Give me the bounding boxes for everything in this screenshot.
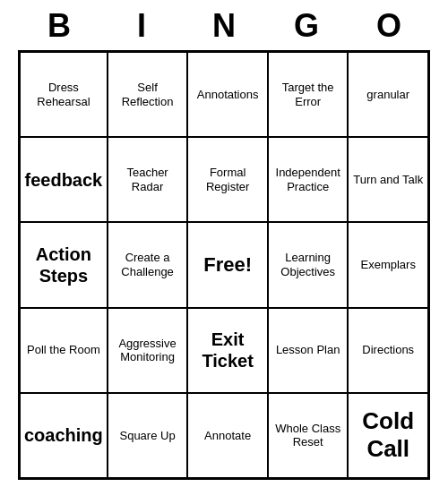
letter-b: B [27,7,91,45]
bingo-cell-13: Learning Objectives [268,222,349,307]
bingo-cell-12: Free! [187,222,268,307]
bingo-cell-20: coaching [20,393,108,478]
bingo-cell-1: Self Reflection [108,52,188,137]
bingo-cell-21: Square Up [108,393,188,478]
bingo-cell-16: Aggressive Monitoring [108,308,188,393]
bingo-cell-23: Whole Class Reset [268,393,349,478]
bingo-cell-15: Poll the Room [20,308,108,393]
bingo-cell-24: Cold Call [348,393,428,478]
letter-g: G [274,7,339,45]
bingo-cell-19: Directions [348,308,428,393]
bingo-cell-14: Exemplars [348,222,428,307]
bingo-cell-17: Exit Ticket [187,308,268,393]
bingo-cell-10: Action Steps [20,222,108,307]
bingo-title: B I N G O [18,0,430,50]
bingo-cell-6: Teacher Radar [108,137,188,222]
bingo-cell-5: feedback [20,137,108,222]
letter-n: N [192,7,256,45]
bingo-cell-7: Formal Register [187,137,268,222]
bingo-cell-8: Independent Practice [268,137,349,222]
letter-i: I [109,7,174,45]
bingo-cell-22: Annotate [187,393,268,478]
bingo-cell-11: Create a Challenge [108,222,188,307]
bingo-cell-2: Annotations [187,52,268,137]
bingo-cell-3: Target the Error [268,52,349,137]
bingo-cell-4: granular [348,52,428,137]
bingo-grid: Dress RehearsalSelf ReflectionAnnotation… [18,50,430,480]
bingo-cell-0: Dress Rehearsal [20,52,108,137]
bingo-cell-18: Lesson Plan [268,308,349,393]
bingo-cell-9: Turn and Talk [348,137,428,222]
letter-o: O [357,7,421,45]
